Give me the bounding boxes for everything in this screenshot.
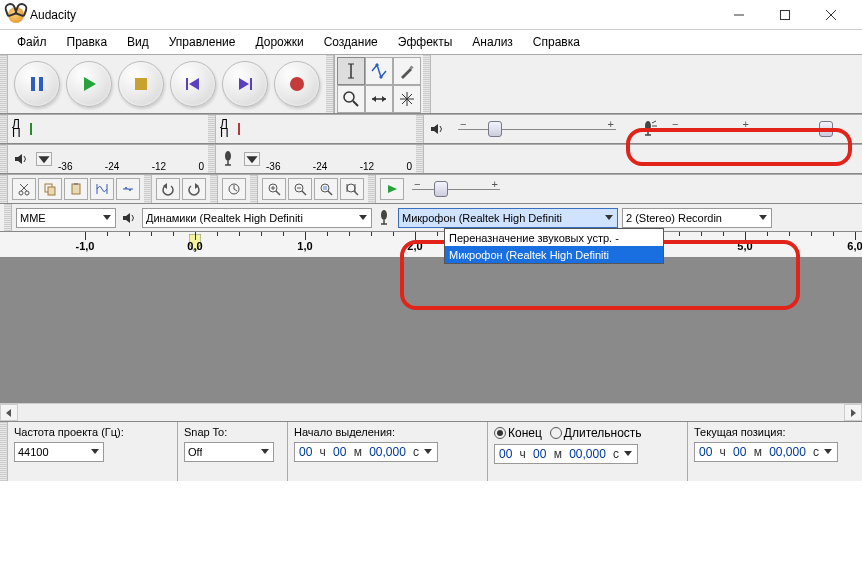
output-device-combo[interactable]: Динамики (Realtek High Definiti <box>142 208 372 228</box>
selection-tools <box>334 55 423 113</box>
playback-volume-slider[interactable]: −+ <box>452 126 622 132</box>
toolbar-grip[interactable] <box>0 55 8 113</box>
input-device-option[interactable]: Микрофон (Realtek High Definiti <box>445 246 663 263</box>
toolbar-grip[interactable] <box>4 204 12 231</box>
toolbar-grip[interactable] <box>208 115 216 143</box>
skip-end-button[interactable] <box>222 61 268 107</box>
minimize-button[interactable] <box>716 0 762 30</box>
scroll-left-button[interactable] <box>0 404 18 421</box>
app-icon <box>8 7 24 23</box>
undo-button[interactable] <box>156 178 180 200</box>
scale-tick: -36 <box>58 161 72 171</box>
record-meter[interactable] <box>235 117 412 141</box>
track-area[interactable] <box>0 258 862 403</box>
timeshift-tool[interactable] <box>365 85 393 113</box>
timeline-ruler[interactable]: -1,00,01,02,03,04,05,06,0 <box>0 232 862 258</box>
toolbar-grip[interactable] <box>416 145 424 173</box>
zoom-in-button[interactable] <box>262 178 286 200</box>
toolbar-grip[interactable] <box>423 55 431 113</box>
redo-button[interactable] <box>182 178 206 200</box>
input-device-option[interactable]: Переназначение звуковых устр. - <box>445 229 663 246</box>
menu-help[interactable]: Справка <box>524 33 589 51</box>
playback-meter[interactable] <box>27 117 204 141</box>
selection-tool[interactable] <box>337 57 365 85</box>
selection-start-field[interactable]: 00 ч 00 м 00,000 с <box>294 442 438 462</box>
skip-start-button[interactable] <box>170 61 216 107</box>
toolbar-grip[interactable] <box>210 175 218 203</box>
audio-host-combo[interactable]: MME <box>16 208 116 228</box>
svg-line-20 <box>353 101 358 106</box>
fit-project-button[interactable] <box>340 178 364 200</box>
toolbar-grip[interactable] <box>0 422 8 481</box>
menu-view[interactable]: Вид <box>118 33 158 51</box>
menu-effects[interactable]: Эффекты <box>389 33 462 51</box>
draw-tool[interactable] <box>393 57 421 85</box>
channels-combo[interactable]: 2 (Stereo) Recordin <box>622 208 772 228</box>
toolbar-grip[interactable] <box>0 145 8 173</box>
stop-button[interactable] <box>118 61 164 107</box>
chevron-down-icon <box>758 211 768 225</box>
cut-button[interactable] <box>12 178 36 200</box>
svg-marker-9 <box>189 78 199 90</box>
toolbar-grip[interactable] <box>368 175 376 203</box>
ruler-label: 2,0 <box>407 240 422 252</box>
scale-tick: -24 <box>105 161 119 171</box>
silence-button[interactable] <box>116 178 140 200</box>
selection-end-field[interactable]: 00 ч 00 м 00,000 с <box>494 444 638 464</box>
pause-button[interactable] <box>14 61 60 107</box>
toolbar-grip[interactable] <box>208 145 216 173</box>
menu-analyze[interactable]: Анализ <box>463 33 522 51</box>
svg-rect-4 <box>31 77 35 91</box>
play-at-speed-button[interactable] <box>380 178 404 200</box>
menu-transport[interactable]: Управление <box>160 33 245 51</box>
scale-tick: -12 <box>152 161 166 171</box>
envelope-tool[interactable] <box>365 57 393 85</box>
fit-selection-button[interactable] <box>314 178 338 200</box>
svg-point-39 <box>225 151 231 161</box>
paste-button[interactable] <box>64 178 88 200</box>
selection-end-radio[interactable]: Конец <box>494 426 542 440</box>
record-button[interactable] <box>274 61 320 107</box>
recording-volume-slider[interactable]: −+ <box>664 126 834 132</box>
svg-marker-83 <box>6 409 11 417</box>
zoom-out-button[interactable] <box>288 178 312 200</box>
trim-button[interactable] <box>90 178 114 200</box>
svg-line-34 <box>652 121 656 123</box>
selection-length-radio[interactable]: Длительность <box>550 426 642 440</box>
record-meter-menu[interactable] <box>244 152 260 166</box>
multi-tool[interactable] <box>393 85 421 113</box>
menu-edit[interactable]: Правка <box>58 33 117 51</box>
input-device-combo[interactable]: Микрофон (Realtek High Definiti <box>398 208 618 228</box>
svg-marker-84 <box>851 409 856 417</box>
close-button[interactable] <box>808 0 854 30</box>
copy-button[interactable] <box>38 178 62 200</box>
toolbar-grip[interactable] <box>0 115 8 143</box>
menu-tracks[interactable]: Дорожки <box>247 33 313 51</box>
toolbar-grip[interactable] <box>250 175 258 203</box>
menu-file[interactable]: Файл <box>8 33 56 51</box>
playback-meter-menu[interactable] <box>36 152 52 166</box>
svg-line-46 <box>20 184 27 191</box>
audio-position-field[interactable]: 00 ч 00 м 00,000 с <box>694 442 838 462</box>
project-rate-combo[interactable]: 44100 <box>14 442 104 462</box>
menubar: Файл Правка Вид Управление Дорожки Созда… <box>0 30 862 54</box>
toolbar-grip[interactable] <box>416 115 424 143</box>
horizontal-scrollbar[interactable] <box>0 403 862 421</box>
microphone-icon <box>640 120 658 138</box>
ruler-label: 6,0 <box>847 240 862 252</box>
toolbar-grip[interactable] <box>144 175 152 203</box>
svg-marker-86 <box>261 449 269 454</box>
svg-marker-74 <box>103 215 111 220</box>
menu-generate[interactable]: Создание <box>315 33 387 51</box>
toolbar-grip[interactable] <box>326 55 334 113</box>
scroll-right-button[interactable] <box>844 404 862 421</box>
playback-speed-slider[interactable]: −+ <box>406 186 506 192</box>
toolbar-grip[interactable] <box>0 175 8 203</box>
snap-to-combo[interactable]: Off <box>184 442 274 462</box>
maximize-button[interactable] <box>762 0 808 30</box>
svg-rect-67 <box>323 186 327 190</box>
play-button[interactable] <box>66 61 112 107</box>
sync-lock-button[interactable] <box>222 178 246 200</box>
svg-point-31 <box>645 121 651 131</box>
zoom-tool[interactable] <box>337 85 365 113</box>
